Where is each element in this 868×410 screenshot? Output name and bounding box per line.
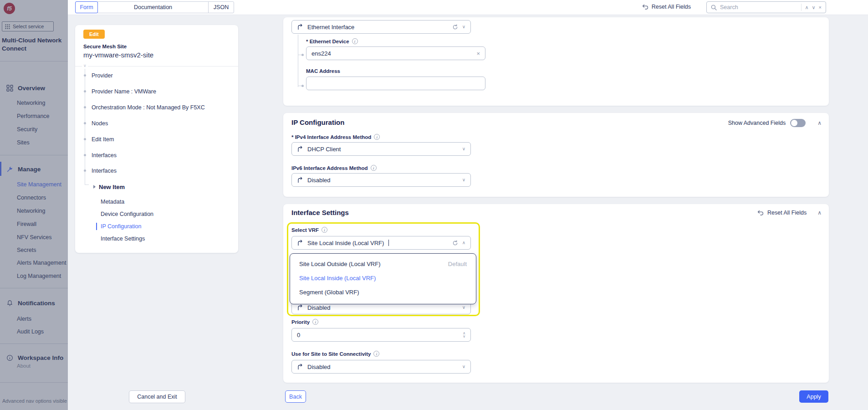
sidebar-item-nfv-services[interactable]: NFV Services [17,234,51,241]
collapse-section-icon[interactable]: ∧ [817,120,822,126]
info-tooltip-icon[interactable]: i [371,165,377,171]
workspace-title-line1: Multi-Cloud Network [2,36,67,45]
sidebar-item-audit-logs[interactable]: Audit Logs [17,328,44,335]
advanced-fields-toggle[interactable] [790,119,806,127]
chevron-up-icon[interactable]: ∧ [462,241,465,245]
chevron-down-icon[interactable]: ∨ [462,364,465,369]
branch-select-icon [297,24,303,30]
refresh-icon[interactable] [452,24,458,30]
section-reset-label[interactable]: Reset All Fields [767,210,807,216]
chevron-down-icon[interactable]: ∨ [462,25,465,29]
chevron-down-icon[interactable]: ∨ [462,305,465,310]
f5-logo[interactable]: f5 [4,3,15,14]
sidebar-section-workspace-info[interactable]: Workspace Info [6,354,63,362]
sidebar-item-networking[interactable]: Networking [17,99,46,107]
wizard-substep-metadata[interactable]: Metadata [101,198,124,205]
apply-button[interactable]: Apply [799,390,828,403]
back-button[interactable]: Back [285,390,306,403]
info-tooltip-icon[interactable]: i [312,319,318,325]
tab-form[interactable]: Form [75,1,98,13]
cancel-and-exit-button[interactable]: Cancel and Exit [129,390,185,403]
ethernet-interface-card: Ethernet Interface ∨ * Ethernet Device i… [283,17,829,106]
apps-grid-icon [5,24,10,29]
chevron-down-icon[interactable]: ∨ [462,178,465,182]
sidebar-item-alerts[interactable]: Alerts [17,315,31,323]
wizard-step-nodes[interactable]: Nodes [92,120,108,127]
vrf-options-dropdown: Site Local Outside (Local VRF) Default S… [290,253,476,304]
collapse-section-icon[interactable]: ∧ [817,210,822,216]
sidebar-item-firewall[interactable]: Firewall [17,220,36,228]
undo-icon [642,4,648,10]
search-next-icon[interactable]: ∨ [812,5,816,10]
wizard-step-provider[interactable]: Provider [92,72,113,79]
ethernet-device-input[interactable] [311,50,473,57]
sidebar-item-alerts-management[interactable]: Alerts Management [17,259,66,266]
wizard-step-interfaces-1[interactable]: Interfaces [92,152,117,159]
sidebar-item-log-management[interactable]: Log Management [17,272,61,280]
priority-input[interactable] [297,332,459,338]
field-connector-dot [301,85,304,87]
chevron-down-icon[interactable]: ∨ [462,147,465,151]
branch-select-icon [297,364,303,370]
branch-select-icon [297,240,303,246]
number-stepper[interactable]: ∧∨ [463,332,465,338]
refresh-icon[interactable] [452,240,458,246]
wizard-substep-device-configuration[interactable]: Device Configuration [101,210,153,218]
sidebar-item-about[interactable]: About [17,362,31,369]
search-prev-icon[interactable]: ∧ [805,5,808,10]
wizard-step-new-item[interactable]: New Item [93,183,125,190]
text-cursor [388,240,389,246]
vrf-option-site-local-inside[interactable]: Site Local Inside (Local VRF) [299,275,376,282]
branch-select-icon [297,146,303,152]
info-tooltip-icon[interactable]: i [373,351,379,357]
tab-documentation[interactable]: Documentation [97,1,209,13]
section-label: Overview [18,85,45,92]
ethernet-device-label: * Ethernet Device i [306,38,358,44]
section-label: Notifications [18,300,55,307]
info-tooltip-icon[interactable]: i [374,134,380,140]
field-connector-dot [301,54,304,56]
wizard-step-provider-name[interactable]: Provider Name : VMWare [92,88,156,95]
ethernet-device-field[interactable]: × [306,46,485,60]
sidebar-item-site-management[interactable]: Site Management [17,181,61,188]
info-tooltip-icon[interactable]: i [352,38,358,44]
wizard-step-orchestration-mode[interactable]: Orchestration Mode : Not Managed By F5XC [92,104,205,111]
mac-address-field[interactable] [306,77,485,90]
ipv4-method-select[interactable]: DHCP Client ∨ [291,142,471,156]
select-service-button[interactable]: Select service [2,21,54,31]
site-to-site-select[interactable]: Disabled ∨ [291,360,471,374]
sidebar-item-secrets[interactable]: Secrets [17,246,36,254]
search-close-icon[interactable]: × [819,5,822,10]
wizard-substep-interface-settings[interactable]: Interface Settings [101,235,145,242]
tab-json[interactable]: JSON [208,1,234,13]
ethernet-interface-select[interactable]: Ethernet Interface ∨ [291,20,471,34]
sidebar-section-overview[interactable]: Overview [6,84,45,92]
sidebar-divider [0,155,68,155]
undo-icon [757,210,764,215]
reset-all-fields-button[interactable]: Reset All Fields [642,4,691,10]
collapse-caret-icon[interactable]: ∨ [82,63,88,68]
select-vrf-combobox[interactable]: Site Local Inside (Local VRF) ∧ [291,236,471,250]
sidebar-divider [0,61,68,62]
search-input[interactable] [720,4,798,10]
wizard-substep-ip-configuration[interactable]: IP Configuration [96,223,141,230]
mac-address-input[interactable] [311,80,480,87]
search-box[interactable]: ∧ ∨ × [706,1,826,13]
vrf-option-segment[interactable]: Segment (Global VRF) [299,289,359,296]
clear-field-icon[interactable]: × [476,51,480,56]
ipv6-method-select[interactable]: Disabled ∨ [291,173,471,187]
sidebar-item-networking-manage[interactable]: Networking [17,207,46,215]
sidebar-section-manage[interactable]: Manage [6,165,41,173]
vrf-option-site-local-outside[interactable]: Site Local Outside (Local VRF) [299,261,380,267]
select-vrf-value: Site Local Inside (Local VRF) [307,240,384,246]
sidebar-item-sites[interactable]: Sites [17,139,30,146]
priority-field[interactable]: ∧∨ [291,328,471,342]
sidebar-section-notifications[interactable]: Notifications [6,299,55,307]
info-tooltip-icon[interactable]: i [322,227,327,233]
wizard-step-edit-item[interactable]: Edit Item [92,136,114,143]
sidebar-item-security[interactable]: Security [17,126,37,133]
sidebar-item-connectors[interactable]: Connectors [17,194,46,201]
wizard-step-interfaces-2[interactable]: Interfaces [92,167,117,174]
sidebar-item-performance[interactable]: Performance [17,113,50,120]
sidebar-divider [0,288,68,288]
